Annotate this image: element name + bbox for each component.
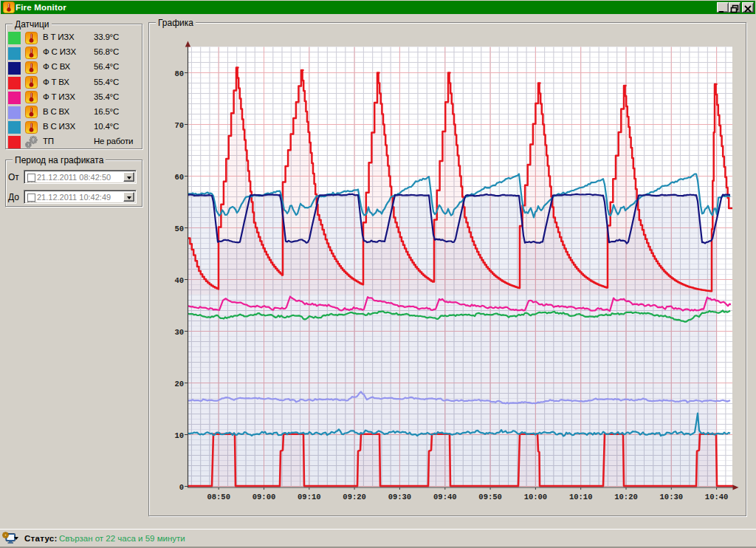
- svg-text:10:20: 10:20: [614, 493, 638, 501]
- svg-text:40: 40: [174, 276, 184, 285]
- svg-text:10:30: 10:30: [660, 493, 684, 501]
- svg-text:09:50: 09:50: [478, 493, 502, 501]
- svg-text:0: 0: [179, 483, 184, 492]
- svg-text:60: 60: [174, 173, 184, 182]
- svg-text:09:40: 09:40: [433, 493, 457, 501]
- svg-text:09:30: 09:30: [388, 493, 412, 501]
- svg-text:20: 20: [174, 380, 184, 388]
- svg-text:50: 50: [174, 225, 184, 233]
- svg-text:10:10: 10:10: [569, 493, 593, 501]
- svg-text:08:50: 08:50: [207, 493, 230, 501]
- svg-text:80: 80: [174, 69, 184, 78]
- svg-text:09:20: 09:20: [343, 493, 366, 501]
- svg-text:10:40: 10:40: [705, 493, 729, 501]
- svg-text:10: 10: [174, 431, 184, 440]
- svg-text:09:10: 09:10: [298, 493, 321, 501]
- svg-text:09:00: 09:00: [252, 493, 276, 501]
- svg-text:10:00: 10:00: [524, 493, 548, 501]
- svg-text:30: 30: [174, 328, 184, 337]
- svg-text:70: 70: [174, 121, 184, 130]
